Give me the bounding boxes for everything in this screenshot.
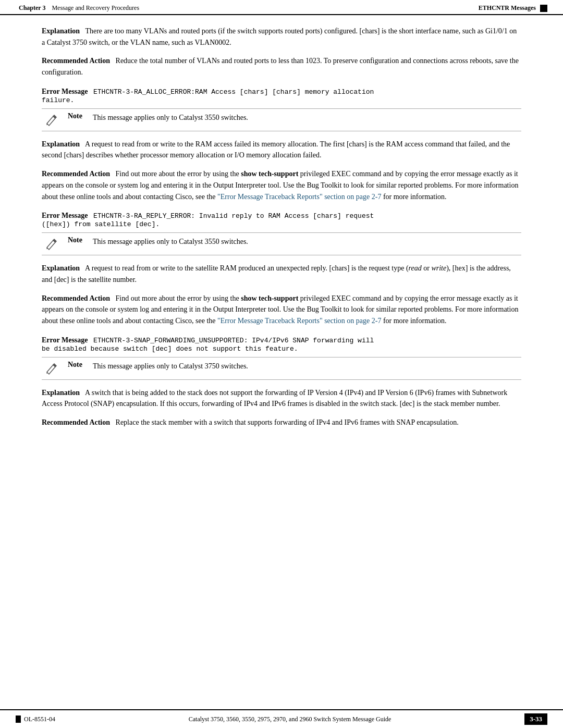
note1-label-text: Note: [68, 112, 88, 120]
note3-icon: [42, 361, 60, 376]
error2-label: Error Message: [42, 212, 88, 219]
error2-code: ETHCNTR-3-RA_REPLY_ERROR: Invalid reply …: [42, 212, 374, 228]
note2-box: Note This message applies only to Cataly…: [42, 232, 521, 255]
footer-doc-number: OL-8551-04: [24, 715, 55, 723]
exp3-label: Explanation: [42, 389, 80, 397]
exp1-label: Explanation: [42, 140, 80, 148]
error3-label: Error Message: [42, 336, 88, 344]
exp2-italic1: read: [409, 264, 422, 272]
rec1-bold-cmd: show tech-support: [241, 170, 298, 178]
exp2-para: Explanation A request to read from or wr…: [42, 263, 521, 285]
note2-label-text: Note: [68, 236, 88, 244]
footer-page-number: 3-33: [524, 713, 547, 725]
rec1-text-before: Find out more about the error by using t…: [116, 170, 241, 178]
footer-center: Catalyst 3750, 3560, 3550, 2975, 2970, a…: [189, 715, 391, 723]
exp2-text-mid: or: [422, 264, 432, 272]
intro-explanation-block: Explanation There are too many VLANs and…: [42, 26, 521, 48]
exp3-text: A switch that is being added to the stac…: [42, 389, 507, 408]
page-header: Chapter 3 Message and Recovery Procedure…: [0, 0, 563, 15]
exp1-para: Explanation A request to read from or wr…: [42, 139, 521, 161]
section-title: ETHCNTR Messages: [479, 4, 536, 12]
intro-explanation-text: There are too many VLANs and routed port…: [42, 27, 517, 46]
exp1-text: A request to read from or write to the R…: [42, 140, 510, 159]
page-footer: OL-8551-04 Catalyst 3750, 3560, 3550, 29…: [0, 709, 563, 728]
rec1-link[interactable]: "Error Message Traceback Reports" sectio…: [217, 193, 381, 201]
error3-block: Error Message ETHCNTR-3-SNAP_FORWARDING_…: [42, 336, 521, 353]
header-left: Chapter 3 Message and Recovery Procedure…: [16, 4, 139, 12]
note1-icon: [42, 112, 60, 128]
rec1-text-end: for more information.: [381, 193, 446, 201]
main-content: Explanation There are too many VLANs and…: [0, 15, 563, 446]
intro-recommended-block: Recommended Action Reduce the total numb…: [42, 55, 521, 78]
exp2-text-before: A request to read from or write to the s…: [85, 264, 409, 272]
exp2-label: Explanation: [42, 264, 80, 272]
rec2-link[interactable]: "Error Message Traceback Reports" sectio…: [217, 317, 381, 325]
intro-recommended-text: Reduce the total number of VLANs and rou…: [42, 57, 519, 76]
note3-text: This message applies only to Catalyst 37…: [93, 361, 248, 372]
rec1-label: Recommended Action: [42, 170, 110, 178]
exp3-para: Explanation A switch that is being added…: [42, 387, 521, 410]
error1-code: ETHCNTR-3-RA_ALLOC_ERROR:RAM Access [cha…: [42, 88, 374, 104]
note1-box: Note This message applies only to Cataly…: [42, 108, 521, 131]
note1-text: This message applies only to Catalyst 35…: [93, 112, 248, 123]
intro-recommended-label: Recommended Action: [42, 57, 110, 65]
footer-left-square: [16, 715, 21, 723]
rec2-label: Recommended Action: [42, 294, 110, 302]
rec2-text-before: Find out more about the error by using t…: [116, 294, 241, 302]
rec3-block: Recommended Action Replace the stack mem…: [42, 417, 521, 428]
exp2-italic2: write: [431, 264, 446, 272]
exp3-block: Explanation A switch that is being added…: [42, 387, 521, 410]
rec2-text-end: for more information.: [381, 317, 446, 325]
error3-code: ETHCNTR-3-SNAP_FORWARDING_UNSUPPORTED: I…: [42, 337, 374, 353]
intro-explanation-label: Explanation: [42, 27, 80, 35]
note2-text: This message applies only to Catalyst 35…: [93, 236, 248, 247]
exp1-block: Explanation A request to read from or wr…: [42, 139, 521, 161]
intro-recommended-para: Recommended Action Reduce the total numb…: [42, 55, 521, 78]
rec2-bold-cmd: show tech-support: [241, 294, 298, 302]
rec2-para: Recommended Action Find out more about t…: [42, 293, 521, 327]
rec1-para: Recommended Action Find out more about t…: [42, 168, 521, 202]
chapter-label: Chapter 3: [19, 4, 45, 11]
header-right-square: [540, 5, 547, 12]
rec1-block: Recommended Action Find out more about t…: [42, 168, 521, 202]
chapter-title: Message and Recovery Procedures: [52, 4, 139, 11]
intro-explanation-para: Explanation There are too many VLANs and…: [42, 26, 521, 48]
note2-icon: [42, 236, 60, 252]
header-right: ETHCNTR Messages: [479, 4, 547, 12]
error1-block: Error Message ETHCNTR-3-RA_ALLOC_ERROR:R…: [42, 88, 521, 104]
note3-label-text: Note: [68, 361, 88, 369]
rec3-para: Recommended Action Replace the stack mem…: [42, 417, 521, 428]
rec3-label: Recommended Action: [42, 418, 110, 426]
error1-label: Error Message: [42, 88, 88, 95]
rec3-text: Replace the stack member with a switch t…: [116, 418, 459, 426]
exp2-block: Explanation A request to read from or wr…: [42, 263, 521, 285]
footer-left: OL-8551-04: [16, 715, 55, 723]
error2-block: Error Message ETHCNTR-3-RA_REPLY_ERROR: …: [42, 212, 521, 228]
footer-guide-title: Catalyst 3750, 3560, 3550, 2975, 2970, a…: [189, 715, 391, 723]
note3-box: Note This message applies only to Cataly…: [42, 357, 521, 380]
rec2-block: Recommended Action Find out more about t…: [42, 293, 521, 327]
